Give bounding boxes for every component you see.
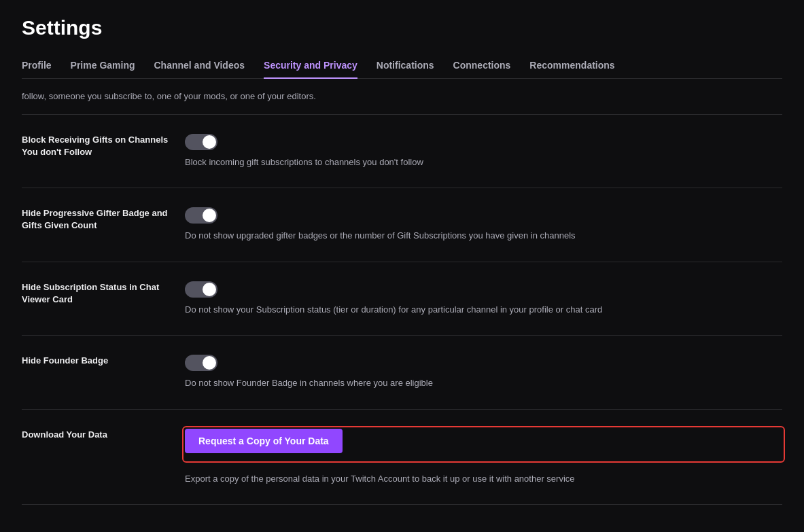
setting-label-hide-subscription: Hide Subscription Status in Chat Viewer …: [22, 281, 185, 306]
toggle-slider-hide-subscription: [185, 281, 217, 298]
description-hide-founder: Do not show Founder Badge in channels wh…: [185, 376, 782, 390]
content-area: follow, someone you subscribe to, one of…: [22, 79, 782, 505]
description-hide-progressive: Do not show upgraded gifter badges or th…: [185, 229, 782, 243]
tab-notifications[interactable]: Notifications: [377, 53, 434, 79]
tab-prime-gaming[interactable]: Prime Gaming: [71, 53, 135, 79]
toggle-hide-subscription[interactable]: [185, 281, 217, 298]
setting-row-download-data: Download Your Data Request a Copy of You…: [22, 410, 782, 506]
tab-recommendations[interactable]: Recommendations: [529, 53, 614, 79]
setting-label-hide-founder: Hide Founder Badge: [22, 355, 185, 367]
setting-content-hide-founder: Do not show Founder Badge in channels wh…: [185, 355, 782, 390]
description-block-gifts: Block incoming gift subscriptions to cha…: [185, 156, 782, 169]
setting-content-download-data: Request a Copy of Your Data Export a cop…: [185, 429, 782, 486]
setting-label-download-data: Download Your Data: [22, 429, 185, 441]
tab-channel-and-videos[interactable]: Channel and Videos: [154, 53, 245, 79]
setting-content-block-gifts: Block incoming gift subscriptions to cha…: [185, 134, 782, 169]
top-description: follow, someone you subscribe to, one of…: [22, 79, 782, 115]
setting-content-hide-progressive: Do not show upgraded gifter badges or th…: [185, 207, 782, 243]
setting-row-hide-subscription: Hide Subscription Status in Chat Viewer …: [22, 262, 782, 336]
toggle-block-gifts[interactable]: [185, 134, 217, 150]
description-download-data: Export a copy of the personal data in yo…: [185, 472, 782, 486]
request-copy-button[interactable]: Request a Copy of Your Data: [185, 429, 343, 453]
toggle-slider-hide-progressive: [185, 207, 217, 224]
nav-tabs: Profile Prime Gaming Channel and Videos …: [22, 53, 782, 79]
request-button-wrapper: Request a Copy of Your Data: [185, 429, 782, 460]
toggle-slider-block-gifts: [185, 134, 217, 150]
page-container: Settings Profile Prime Gaming Channel an…: [0, 0, 804, 505]
setting-label-block-gifts: Block Receiving Gifts on Channels You do…: [22, 134, 185, 158]
tab-profile[interactable]: Profile: [22, 53, 52, 79]
toggle-hide-progressive[interactable]: [185, 207, 217, 224]
tab-connections[interactable]: Connections: [453, 53, 511, 79]
setting-content-hide-subscription: Do not show your Subscription status (ti…: [185, 281, 782, 317]
toggle-hide-founder[interactable]: [185, 355, 217, 371]
setting-label-hide-progressive: Hide Progressive Gifter Badge and Gifts …: [22, 207, 185, 232]
tab-security-and-privacy[interactable]: Security and Privacy: [264, 53, 357, 79]
setting-row-hide-progressive: Hide Progressive Gifter Badge and Gifts …: [22, 188, 782, 262]
setting-row-hide-founder: Hide Founder Badge Do not show Founder B…: [22, 336, 782, 410]
toggle-slider-hide-founder: [185, 355, 217, 371]
setting-row-block-gifts: Block Receiving Gifts on Channels You do…: [22, 115, 782, 189]
page-title: Settings: [22, 16, 782, 39]
description-hide-subscription: Do not show your Subscription status (ti…: [185, 303, 782, 317]
